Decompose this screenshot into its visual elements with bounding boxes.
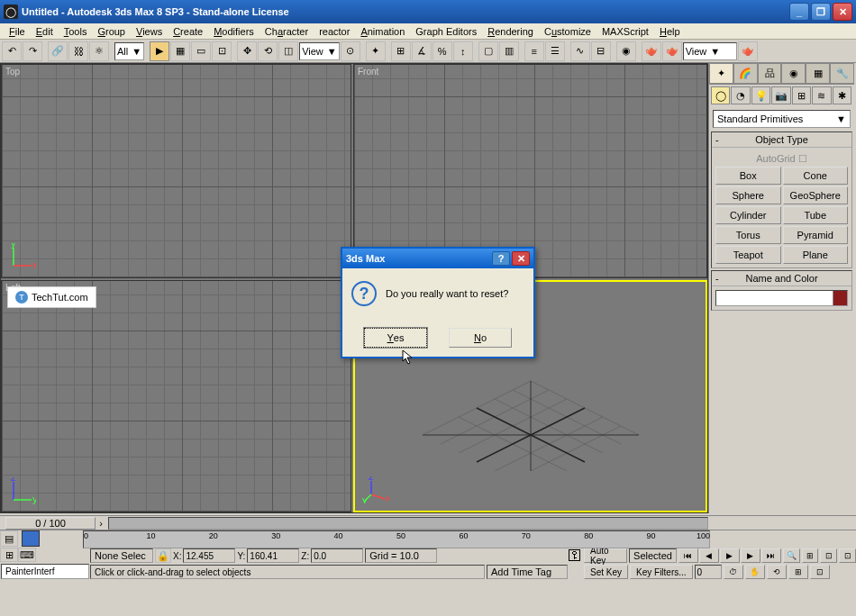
menu-grapheditors[interactable]: Graph Editors xyxy=(410,26,482,37)
nav-maximize-button[interactable]: ⊞ xyxy=(788,565,808,579)
menu-create[interactable]: Create xyxy=(168,26,208,37)
manipulate-button[interactable]: ✦ xyxy=(366,41,386,61)
z-coord-field[interactable]: 0.0 xyxy=(311,548,363,563)
menu-views[interactable]: Views xyxy=(131,26,168,37)
current-frame-marker[interactable] xyxy=(22,530,40,547)
nav-pan-button[interactable]: ✋ xyxy=(745,565,765,579)
menu-group[interactable]: Group xyxy=(92,26,131,37)
menu-help[interactable]: Help xyxy=(654,26,686,37)
selection-filter-dropdown[interactable]: All▼ xyxy=(114,42,144,60)
primitive-geosphere-button[interactable]: GeoSphere xyxy=(783,186,849,204)
spacewarp-subtab[interactable]: ≋ xyxy=(812,86,831,104)
scale-button[interactable]: ◫ xyxy=(278,41,298,61)
object-color-swatch[interactable] xyxy=(833,291,847,305)
time-slider[interactable]: 0 / 100 xyxy=(5,517,96,530)
menu-reactor[interactable]: reactor xyxy=(314,26,355,37)
selection-lock-button[interactable]: 🔒 xyxy=(155,548,171,563)
primitive-category-dropdown[interactable]: Standard Primitives▼ xyxy=(713,110,851,128)
keyfilters-button[interactable]: Key Filters... xyxy=(630,565,693,579)
no-button[interactable]: No xyxy=(449,328,512,348)
viewport-top[interactable]: Top yx xyxy=(1,64,351,278)
menu-maxscript[interactable]: MAXScript xyxy=(596,26,654,37)
render-button[interactable]: 🫖 xyxy=(738,41,758,61)
goto-end-button[interactable]: ⏭ xyxy=(761,548,781,563)
render-scene-button[interactable]: 🫖 xyxy=(642,41,661,61)
motion-tab[interactable]: ◉ xyxy=(781,63,806,84)
pivot-button[interactable]: ⊙ xyxy=(341,41,360,61)
link-button[interactable]: 🔗 xyxy=(48,41,68,61)
x-coord-field[interactable]: 12.455 xyxy=(183,548,235,563)
time-config-button[interactable]: ⏱ xyxy=(724,565,743,579)
geometry-subtab[interactable]: ◯ xyxy=(711,86,730,104)
hierarchy-tab[interactable]: 品 xyxy=(758,63,782,84)
yes-button[interactable]: Yes xyxy=(364,328,427,348)
move-button[interactable]: ✥ xyxy=(237,41,257,61)
primitive-torus-button[interactable]: Torus xyxy=(715,226,781,244)
trackbar-toggle[interactable]: ▤ xyxy=(0,530,18,547)
primitive-plane-button[interactable]: Plane xyxy=(783,246,849,264)
curve-editor-button[interactable]: ∿ xyxy=(570,41,590,61)
prev-frame-button[interactable]: ◀ xyxy=(699,548,719,563)
snap-button[interactable]: ⊞ xyxy=(391,41,411,61)
display-tab[interactable]: ▦ xyxy=(806,63,830,84)
primitive-sphere-button[interactable]: Sphere xyxy=(715,186,781,204)
undo-button[interactable]: ↶ xyxy=(2,41,22,61)
maximize-button[interactable]: ❐ xyxy=(811,3,831,21)
autogrid-checkbox[interactable]: AutoGrid ☐ xyxy=(715,151,848,167)
percent-snap-button[interactable]: % xyxy=(433,41,452,61)
unlink-button[interactable]: ⛓ xyxy=(68,41,88,61)
material-editor-button[interactable]: ◉ xyxy=(616,41,636,61)
setkey-button[interactable]: Set Key xyxy=(584,565,628,579)
viewport-left[interactable]: Left T TechTut.com zy xyxy=(1,280,351,512)
minimize-button[interactable]: _ xyxy=(789,3,809,21)
next-frame-button[interactable]: ▶ xyxy=(741,548,760,563)
primitive-pyramid-button[interactable]: Pyramid xyxy=(783,226,849,244)
menu-edit[interactable]: Edit xyxy=(31,26,59,37)
shapes-subtab[interactable]: ◔ xyxy=(731,86,750,104)
select-name-button[interactable]: ▦ xyxy=(170,41,190,61)
quick-render-button[interactable]: 🫖 xyxy=(662,41,682,61)
mirror-button[interactable]: ▥ xyxy=(499,41,519,61)
primitive-cylinder-button[interactable]: Cylinder xyxy=(715,206,781,224)
menu-file[interactable]: File xyxy=(4,26,31,37)
layer-button[interactable]: ☰ xyxy=(545,41,565,61)
autokey-button[interactable]: Auto Key xyxy=(584,548,627,563)
rotate-button[interactable]: ⟲ xyxy=(258,41,278,61)
play-button[interactable]: ▶ xyxy=(720,548,740,563)
menu-rendering[interactable]: Rendering xyxy=(482,26,539,37)
named-selection-button[interactable]: ▢ xyxy=(478,41,498,61)
ruler-scale[interactable]: 0 10 20 30 40 50 60 70 80 90 100 xyxy=(83,530,710,548)
primitive-cone-button[interactable]: Cone xyxy=(783,167,849,185)
object-name-field[interactable] xyxy=(715,290,848,306)
time-slider-track[interactable] xyxy=(108,517,708,530)
script-mini-button[interactable]: ⊞ xyxy=(0,548,18,562)
schematic-button[interactable]: ⊟ xyxy=(591,41,611,61)
primitive-tube-button[interactable]: Tube xyxy=(783,206,849,224)
align-button[interactable]: ≡ xyxy=(524,41,544,61)
utilities-tab[interactable]: 🔧 xyxy=(830,63,854,84)
lights-subtab[interactable]: 💡 xyxy=(751,86,770,104)
y-coord-field[interactable]: 160.41 xyxy=(247,548,299,563)
angle-snap-button[interactable]: ∡ xyxy=(412,41,432,61)
menu-animation[interactable]: Animation xyxy=(355,26,410,37)
nav-orbit-button[interactable]: ⟲ xyxy=(767,565,787,579)
current-frame-field[interactable]: 0 xyxy=(695,565,722,579)
menu-customize[interactable]: Customize xyxy=(539,26,596,37)
maxscript-listener[interactable]: PainterInterf xyxy=(1,564,89,579)
nav-zoomall-button[interactable]: ⊞ xyxy=(802,548,819,563)
dialog-titlebar[interactable]: 3ds Max ? ✕ xyxy=(342,249,533,268)
create-tab[interactable]: ✦ xyxy=(709,63,733,84)
redo-button[interactable]: ↷ xyxy=(23,41,42,61)
render-preset-dropdown[interactable]: View▼ xyxy=(683,42,737,60)
ref-coord-dropdown[interactable]: View▼ xyxy=(299,42,340,60)
dialog-close-button[interactable]: ✕ xyxy=(512,251,530,266)
menu-modifiers[interactable]: Modifiers xyxy=(208,26,260,37)
nav-zoom-button[interactable]: 🔍 xyxy=(783,548,800,563)
systems-subtab[interactable]: ✱ xyxy=(833,86,851,104)
time-tag[interactable]: Add Time Tag xyxy=(487,565,568,579)
bind-button[interactable]: ⚛ xyxy=(89,41,109,61)
close-button[interactable]: ✕ xyxy=(833,3,852,21)
helpers-subtab[interactable]: ⊞ xyxy=(792,86,811,104)
select-button[interactable]: ▶ xyxy=(150,41,169,61)
modify-tab[interactable]: 🌈 xyxy=(733,63,758,84)
